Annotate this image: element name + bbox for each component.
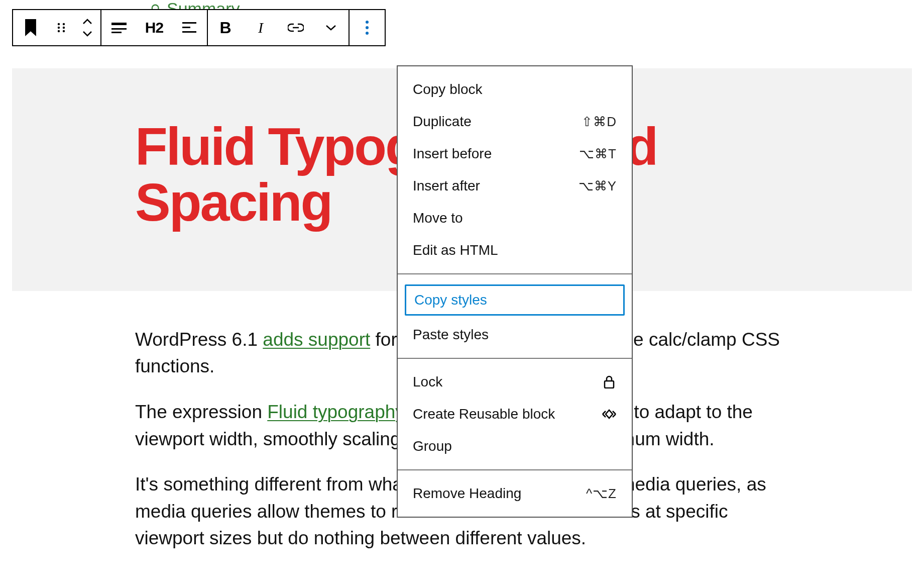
menu-label: Edit as HTML [413, 242, 498, 258]
more-vertical-icon [365, 20, 369, 35]
menu-label: Paste styles [413, 327, 489, 343]
menu-label: Copy block [413, 81, 483, 98]
menu-label: Group [413, 438, 452, 454]
drag-icon [55, 22, 67, 34]
svg-point-14 [366, 21, 369, 24]
chevron-down-icon [82, 31, 92, 37]
svg-point-3 [63, 23, 65, 25]
heading-level-label: H2 [145, 19, 163, 36]
svg-rect-10 [111, 32, 122, 33]
svg-point-16 [366, 32, 369, 35]
menu-label: Copy styles [414, 292, 487, 308]
menu-move-to[interactable]: Move to [398, 202, 632, 234]
toolbar-group-heading: H2 [100, 9, 208, 46]
heading-level-button[interactable]: H2 [137, 10, 172, 45]
link-icon [288, 23, 304, 33]
toolbar-group-more [349, 9, 386, 46]
align-button[interactable] [172, 10, 207, 45]
menu-paste-styles[interactable]: Paste styles [398, 319, 632, 351]
align-left-icon [182, 22, 196, 33]
menu-shortcut: ⌥⌘Y [579, 178, 617, 194]
block-options-menu: Copy block Duplicate ⇧⌘D Insert before ⌥… [397, 65, 633, 518]
svg-rect-12 [182, 27, 190, 28]
italic-label: I [258, 19, 263, 36]
link-button[interactable] [278, 10, 313, 45]
lock-icon [602, 374, 617, 389]
toolbar-group-format: B I [207, 9, 350, 46]
block-toolbar: H2 B I [12, 9, 386, 46]
menu-shortcut: ⌥⌘T [579, 146, 617, 162]
chevron-down-icon [325, 24, 337, 31]
menu-label: Move to [413, 210, 463, 226]
svg-point-7 [63, 30, 65, 32]
svg-rect-9 [111, 28, 127, 30]
svg-rect-8 [111, 23, 127, 25]
menu-label: Create Reusable block [413, 406, 555, 422]
menu-label: Insert before [413, 146, 492, 162]
link-adds-support[interactable]: adds support [263, 329, 370, 350]
menu-insert-before[interactable]: Insert before ⌥⌘T [398, 138, 632, 170]
svg-point-5 [63, 27, 65, 29]
bold-button[interactable]: B [208, 10, 243, 45]
svg-rect-17 [605, 381, 614, 388]
chevron-up-icon [82, 19, 92, 25]
transform-button[interactable] [101, 10, 137, 45]
svg-point-6 [58, 30, 60, 32]
menu-label: Lock [413, 374, 442, 390]
menu-shortcut: ^⌥Z [586, 486, 617, 502]
menu-lock[interactable]: Lock [398, 366, 632, 398]
move-updown[interactable] [74, 10, 100, 45]
svg-point-2 [58, 23, 60, 25]
svg-rect-13 [182, 31, 196, 33]
block-type-button[interactable] [13, 10, 48, 45]
menu-remove-heading[interactable]: Remove Heading ^⌥Z [398, 477, 632, 510]
svg-point-15 [366, 26, 369, 29]
paragraph-icon [111, 22, 127, 34]
menu-duplicate[interactable]: Duplicate ⇧⌘D [398, 106, 632, 138]
more-format-button[interactable] [313, 10, 349, 45]
menu-edit-html[interactable]: Edit as HTML [398, 234, 632, 266]
menu-label: Insert after [413, 178, 480, 194]
italic-button[interactable]: I [243, 10, 278, 45]
svg-rect-11 [182, 22, 196, 24]
menu-label: Remove Heading [413, 485, 521, 502]
menu-insert-after[interactable]: Insert after ⌥⌘Y [398, 170, 632, 202]
menu-group[interactable]: Group [398, 430, 632, 462]
menu-label: Duplicate [413, 114, 472, 130]
menu-copy-styles[interactable]: Copy styles [405, 284, 625, 316]
toolbar-group-block [12, 9, 101, 46]
menu-shortcut: ⇧⌘D [582, 114, 617, 130]
bookmark-icon [23, 19, 38, 36]
link-fluid-typography-2[interactable]: Fluid typography [267, 402, 405, 422]
more-options-button[interactable] [350, 10, 385, 45]
drag-handle[interactable] [48, 10, 74, 45]
bold-label: B [219, 19, 231, 37]
svg-point-4 [58, 27, 60, 29]
menu-create-reusable[interactable]: Create Reusable block [398, 398, 632, 430]
menu-copy-block[interactable]: Copy block [398, 73, 632, 106]
reusable-icon [602, 407, 617, 422]
